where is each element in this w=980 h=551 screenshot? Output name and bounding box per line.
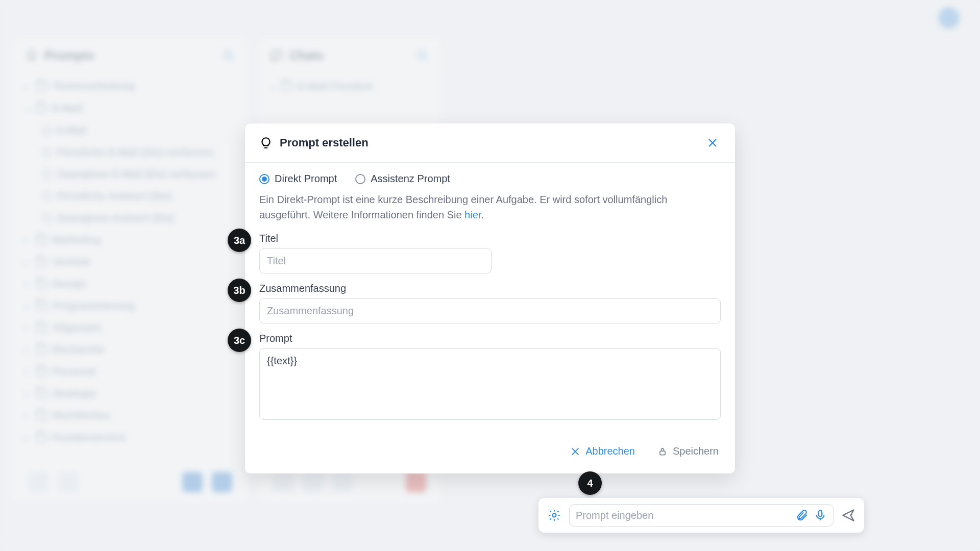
- close-icon: [570, 446, 580, 457]
- svg-rect-9: [660, 451, 665, 455]
- modal-footer: Abbrechen Speichern: [245, 435, 735, 473]
- radio-indicator: [355, 174, 365, 184]
- prompt-type-description: Ein Direkt-Prompt ist eine kurze Beschre…: [259, 192, 721, 222]
- close-button[interactable]: [704, 135, 721, 151]
- radio-label: Direkt Prompt: [275, 173, 337, 185]
- send-icon: [841, 508, 855, 522]
- prompt-input-bar-wrap: 4: [538, 498, 864, 533]
- title-input[interactable]: [259, 248, 492, 273]
- svg-point-10: [553, 514, 556, 517]
- annotation-badge-3c: 3c: [228, 329, 251, 352]
- save-button[interactable]: Speichern: [655, 442, 721, 460]
- annotation-badge-3a: 3a: [228, 229, 251, 252]
- more-info-link[interactable]: hier: [464, 209, 481, 220]
- create-prompt-modal: Prompt erstellen Direkt Prompt Assistenz…: [245, 123, 735, 473]
- prompt-textarea[interactable]: [259, 348, 721, 420]
- cancel-button[interactable]: Abbrechen: [568, 442, 637, 460]
- prompt-input[interactable]: [576, 510, 790, 521]
- lightbulb-icon: [259, 136, 273, 149]
- annotation-badge-3b: 3b: [228, 279, 251, 302]
- paperclip-icon[interactable]: [795, 509, 808, 522]
- modal-title: Prompt erstellen: [280, 136, 369, 149]
- svg-rect-11: [819, 510, 822, 516]
- cancel-label: Abbrechen: [585, 445, 635, 457]
- gear-icon: [548, 509, 561, 522]
- prompt-field-group: 3c Prompt: [259, 333, 721, 422]
- prompt-input-shell[interactable]: [569, 504, 834, 527]
- prompt-input-bar: [538, 498, 864, 533]
- send-button[interactable]: [840, 507, 857, 524]
- close-icon: [707, 137, 718, 148]
- modal-overlay: Prompt erstellen Direkt Prompt Assistenz…: [0, 0, 980, 551]
- radio-direct-prompt[interactable]: Direkt Prompt: [259, 173, 337, 185]
- annotation-badge-4: 4: [578, 471, 602, 495]
- radio-indicator: [259, 174, 270, 184]
- radio-label: Assistenz Prompt: [371, 173, 450, 185]
- microphone-icon[interactable]: [814, 509, 827, 522]
- title-field-group: 3a Titel: [259, 233, 721, 273]
- prompt-label: Prompt: [259, 333, 721, 344]
- summary-input[interactable]: [259, 298, 721, 323]
- prompt-type-radio-group: Direkt Prompt Assistenz Prompt: [259, 173, 721, 185]
- title-label: Titel: [259, 233, 721, 244]
- radio-assistant-prompt[interactable]: Assistenz Prompt: [355, 173, 450, 185]
- settings-button[interactable]: [546, 507, 563, 524]
- modal-header: Prompt erstellen: [245, 123, 735, 163]
- summary-label: Zusammenfassung: [259, 283, 721, 294]
- modal-body: Direkt Prompt Assistenz Prompt Ein Direk…: [245, 163, 735, 435]
- lock-icon: [657, 446, 668, 457]
- summary-field-group: 3b Zusammenfassung: [259, 283, 721, 323]
- save-label: Speichern: [673, 445, 719, 457]
